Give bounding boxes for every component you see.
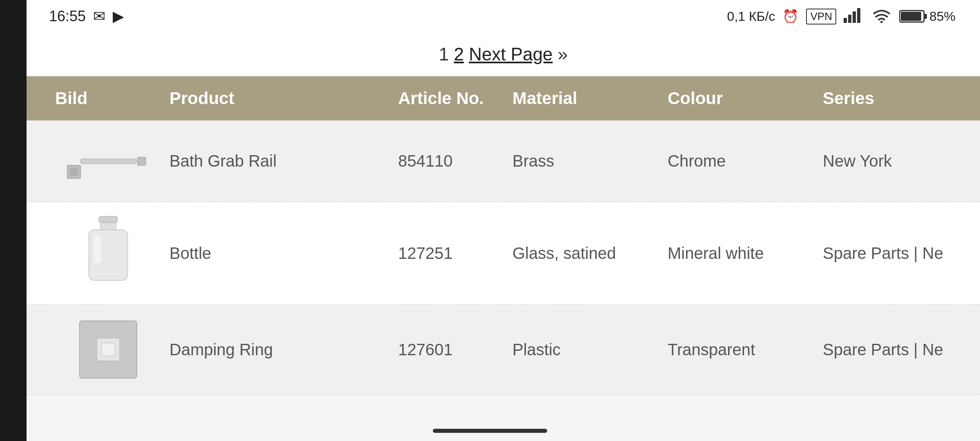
product-image-grab-rail bbox=[51, 137, 165, 186]
colour-0: Chrome bbox=[664, 148, 819, 174]
next-page-link[interactable]: Next Page bbox=[469, 44, 552, 64]
svg-rect-3 bbox=[857, 8, 860, 23]
svg-point-4 bbox=[880, 21, 883, 23]
header-series: Series bbox=[819, 89, 956, 108]
header-material: Material bbox=[508, 89, 664, 108]
home-indicator bbox=[433, 429, 547, 433]
svg-rect-6 bbox=[924, 14, 927, 19]
product-image-damping-ring bbox=[51, 313, 165, 386]
table-header: Bild Product Article No. Material Colour… bbox=[0, 76, 980, 120]
series-1: Spare Parts | Ne bbox=[819, 240, 956, 267]
left-edge-bar bbox=[0, 0, 27, 441]
table-row: Bottle 127251 Glass, satined Mineral whi… bbox=[0, 202, 980, 305]
speed-indicator: 0,1 КБ/с bbox=[727, 9, 775, 24]
page-1-label[interactable]: 1 bbox=[439, 44, 449, 64]
page-2-link[interactable]: 2 bbox=[454, 44, 463, 64]
svg-rect-11 bbox=[138, 157, 146, 165]
wifi-icon bbox=[871, 7, 892, 26]
svg-rect-2 bbox=[853, 11, 856, 23]
youtube-icon: ▶ bbox=[113, 8, 124, 25]
pagination-bar: 1 2 Next Page » bbox=[0, 33, 980, 76]
product-name-0: Bath Grab Rail bbox=[165, 148, 394, 174]
material-0: Brass bbox=[508, 148, 664, 174]
svg-rect-14 bbox=[94, 236, 101, 263]
series-0: New York bbox=[819, 148, 956, 174]
material-1: Glass, satined bbox=[508, 240, 664, 267]
status-bar: 16:55 ✉ ▶ 0,1 КБ/с ⏰ VPN bbox=[0, 0, 980, 33]
svg-rect-9 bbox=[70, 168, 78, 176]
svg-rect-15 bbox=[99, 216, 118, 223]
article-no-1: 127251 bbox=[394, 240, 508, 267]
header-product: Product bbox=[165, 89, 394, 108]
battery-percent: 85% bbox=[929, 9, 956, 24]
product-image-bottle bbox=[51, 210, 165, 296]
clock-icon: ⏰ bbox=[782, 9, 799, 24]
product-name-2: Damping Ring bbox=[165, 336, 394, 363]
time-display: 16:55 bbox=[49, 8, 86, 25]
table-row: Damping Ring 127601 Plastic Transparent … bbox=[0, 305, 980, 395]
material-2: Plastic bbox=[508, 336, 664, 363]
svg-rect-18 bbox=[102, 343, 115, 356]
status-left: 16:55 ✉ ▶ bbox=[49, 8, 124, 25]
table-row: Bath Grab Rail 854110 Brass Chrome New Y… bbox=[0, 120, 980, 202]
series-2: Spare Parts | Ne bbox=[819, 336, 956, 363]
chevron: » bbox=[558, 44, 568, 64]
status-right: 0,1 КБ/с ⏰ VPN bbox=[727, 7, 956, 26]
svg-rect-0 bbox=[844, 18, 847, 23]
header-article-no: Article No. bbox=[394, 89, 508, 108]
article-no-2: 127601 bbox=[394, 336, 508, 363]
article-no-0: 854110 bbox=[394, 148, 508, 174]
signal-icon bbox=[844, 7, 864, 26]
svg-rect-1 bbox=[848, 15, 851, 23]
svg-rect-7 bbox=[901, 12, 921, 21]
header-colour: Colour bbox=[664, 89, 819, 108]
mail-icon: ✉ bbox=[93, 8, 105, 25]
product-name-1: Bottle bbox=[165, 240, 394, 267]
header-bild: Bild bbox=[51, 89, 165, 108]
colour-1: Mineral white bbox=[664, 240, 819, 267]
battery-icon: 85% bbox=[899, 9, 956, 24]
vpn-badge: VPN bbox=[806, 9, 836, 24]
colour-2: Transparent bbox=[664, 336, 819, 363]
svg-rect-10 bbox=[80, 159, 137, 164]
